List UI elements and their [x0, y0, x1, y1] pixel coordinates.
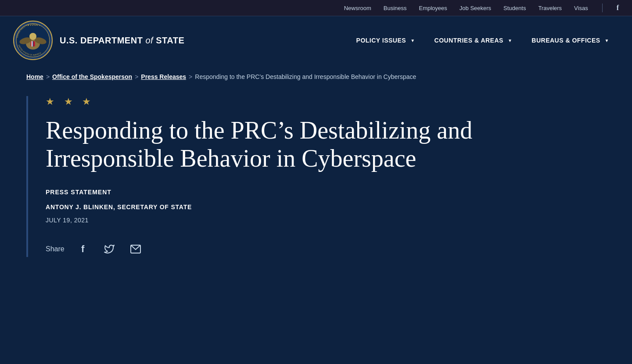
- main-nav: ★ ★ ★ ★ ★ ★ ★ DEPARTMENT OF STATE UNITED…: [0, 16, 632, 64]
- nav-bureaus-offices[interactable]: BUREAUS & OFFICES ▼: [522, 32, 619, 49]
- svg-rect-7: [32, 41, 32, 46]
- breadcrumb-home[interactable]: Home: [26, 73, 43, 80]
- twitter-share-icon[interactable]: [101, 241, 117, 257]
- author-label: ANTONY J. BLINKEN, SECRETARY OF STATE: [46, 203, 606, 211]
- facebook-icon[interactable]: f: [617, 4, 619, 12]
- nav-link-business[interactable]: Business: [384, 5, 407, 11]
- chevron-down-icon: ▼: [410, 38, 415, 43]
- article-type-label: PRESS STATEMENT: [46, 189, 606, 196]
- nav-countries-areas[interactable]: COUNTRIES & AREAS ▼: [425, 32, 522, 49]
- share-label: Share: [46, 245, 65, 253]
- nav-link-job-seekers[interactable]: Job Seekers: [460, 5, 491, 11]
- decorative-stars: ★ ★ ★: [46, 96, 606, 107]
- email-share-icon[interactable]: [128, 241, 144, 257]
- chevron-down-icon: ▼: [508, 38, 512, 43]
- nav-link-visas[interactable]: Visas: [574, 5, 588, 11]
- breadcrumb-current: Responding to the PRC’s Destabilizing an…: [195, 73, 416, 80]
- breadcrumb-separator: >: [135, 73, 138, 80]
- utility-bar: Newsroom Business Employees Job Seekers …: [0, 0, 632, 16]
- content-area: ★ ★ ★ Responding to the PRC’s Destabiliz…: [0, 87, 632, 275]
- nav-policy-issues[interactable]: POLICY ISSUES ▼: [347, 32, 425, 49]
- nav-link-employees[interactable]: Employees: [419, 5, 447, 11]
- share-section: Share f: [46, 241, 606, 257]
- department-name: U.S. DEPARTMENT of STATE: [60, 36, 184, 46]
- state-seal: ★ ★ ★ ★ ★ ★ ★ DEPARTMENT OF STATE UNITED…: [13, 21, 53, 60]
- nav-link-newsroom[interactable]: Newsroom: [344, 5, 371, 11]
- svg-point-5: [29, 33, 36, 40]
- breadcrumb-separator: >: [189, 73, 192, 80]
- facebook-share-icon[interactable]: f: [75, 241, 91, 257]
- nav-divider: [602, 4, 603, 12]
- chevron-down-icon: ▼: [605, 38, 609, 43]
- article-date: JULY 19, 2021: [46, 217, 606, 224]
- breadcrumb-separator: >: [46, 73, 50, 80]
- breadcrumb-press-releases[interactable]: Press Releases: [141, 73, 186, 80]
- article-container: ★ ★ ★ Responding to the PRC’s Destabiliz…: [26, 96, 606, 257]
- logo-area[interactable]: ★ ★ ★ ★ ★ ★ ★ DEPARTMENT OF STATE UNITED…: [13, 21, 184, 60]
- breadcrumb-spokesperson[interactable]: Office of the Spokesperson: [52, 73, 132, 80]
- svg-rect-8: [32, 41, 33, 46]
- article-title: Responding to the PRC’s Destabilizing an…: [46, 116, 528, 173]
- nav-link-students[interactable]: Students: [503, 5, 526, 11]
- nav-link-travelers[interactable]: Travelers: [538, 5, 562, 11]
- breadcrumb-section: Home > Office of the Spokesperson > Pres…: [0, 64, 632, 87]
- primary-nav: POLICY ISSUES ▼ COUNTRIES & AREAS ▼ BURE…: [347, 32, 619, 49]
- breadcrumb: Home > Office of the Spokesperson > Pres…: [26, 73, 606, 80]
